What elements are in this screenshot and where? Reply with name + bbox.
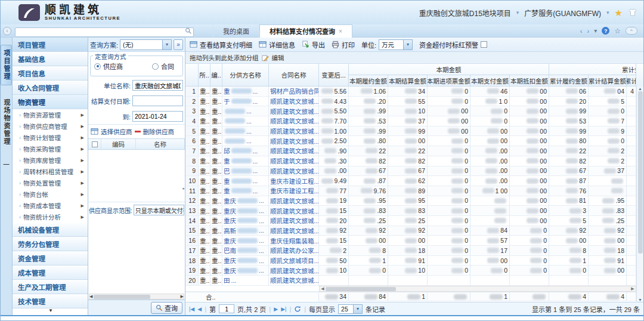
cell-supplier[interactable]: 于... [222,97,269,107]
project-caret-icon[interactable]: ▾ [516,10,519,16]
unit-name-input[interactable] [132,80,183,91]
contract-link[interactable]: 顺凯建筑文旅城... [270,156,319,165]
sidebar-item[interactable]: › 周转材料租赁管理 ▶ [13,166,88,177]
table-row[interactable]: 13 重.. 重.. 重庆... 顺凯建筑文旅城... 15 .83 83 0 … [185,206,643,216]
contract-link[interactable]: 顺凯建筑文旅城... [270,107,319,116]
contract-link[interactable]: 顺凯建筑办公家... [270,246,319,255]
scrollbar-thumb[interactable] [326,287,396,291]
tab-close-icon[interactable]: × [339,28,342,35]
group-by-bar[interactable]: 拖动列头到此处添加分组 编辑 [185,52,643,64]
nav-back-circle-icon[interactable]: ‹ [3,27,11,35]
prev-page-icon[interactable]: ◀ [197,306,202,312]
query-button[interactable]: 查询 [151,302,182,314]
tabs-scroll-left-icon[interactable]: ‹ [580,27,583,35]
query-panel-hscrollbar[interactable]: ◀ ▶ [89,294,184,300]
radio-supplier[interactable]: 供应商 [94,61,123,71]
service-caret-icon[interactable]: ▾ [606,10,609,16]
chevron-down-icon[interactable]: ▾ [163,39,172,50]
contract-link[interactable]: 顺凯建筑文旅城... [270,137,319,146]
contract-link[interactable]: 顺凯建筑文旅城... [270,97,319,106]
contract-link[interactable]: 重庆市建设工程... [270,177,319,186]
cell-supplier[interactable]: ... [222,126,269,137]
favorite-star-icon[interactable]: ☆ [614,27,621,35]
table-row[interactable]: 6 重.. 重.. ... 顺凯建筑文旅城... 2.50 .80 00 0 0… [185,136,643,146]
tabs-scroll-right-icon[interactable]: › [587,27,590,35]
cell-supplier[interactable]: 邱... [222,146,269,156]
cell-supplier[interactable]: 重庆... [222,236,269,246]
remove-supplier-button[interactable]: 删除供应商 [143,127,175,136]
favorites-icon[interactable]: ★ [615,8,623,17]
sidebar-item[interactable]: › 项目管理 ▶ [13,38,88,52]
contract-link[interactable]: 顺凯建筑文旅城... [270,196,319,205]
table-row[interactable]: 11 重.. 重.. 重... 重庆市建设工程... 77 9.76 89 0 … [185,186,643,196]
sidebar-item[interactable]: › 劳务分包管理 ▶ [13,237,88,251]
col-suo[interactable]: 所.. [199,64,210,87]
contract-link[interactable]: 顺凯建筑文旅城... [270,276,319,285]
radio-contract[interactable]: 合同 [152,61,174,71]
sidebar-item[interactable]: › 成本管理 ▶ [13,266,88,280]
cell-supplier[interactable]: 重... [222,176,269,186]
scroll-right-icon[interactable]: ▶ [630,286,636,291]
col-bian[interactable]: 编.. [210,64,222,87]
col-total-performance[interactable]: 累计履约金额 [549,75,589,87]
cell-supplier[interactable]: 巴... [222,166,269,177]
table-row[interactable]: 5 重.. 重.. ... 顺凯建筑文旅城... 1.00 .99 99 00 … [185,126,643,137]
col-current-payment[interactable]: 本期支付金额 [470,75,510,87]
service-selector[interactable]: 广梦服务(GUANGMFW) [524,8,601,18]
cell-supplier[interactable]: ... [222,116,269,126]
cell-supplier[interactable]: ... [222,136,269,146]
sidebar-item[interactable]: › 物资资源管理 ▶ [13,109,88,121]
sidebar-item[interactable]: › 物资计划管理 ▶ [13,132,88,143]
contract-link[interactable]: 顺凯建筑文旅城... [270,216,319,225]
print-button[interactable]: 打印 [332,40,355,50]
cell-supplier[interactable]: 重庆... [222,206,269,216]
scroll-up-icon[interactable]: ▲ [638,87,642,91]
sidebar-item[interactable]: › 物资统计分析 ▶ [13,211,88,223]
table-row[interactable]: 9 重.. 重.. 巴... 顺凯建筑文旅城... .00 67 67 0 .0… [185,166,643,177]
col-change-after[interactable]: 变更后... [319,64,349,87]
col-total-settlement[interactable]: 累计结算金额 [589,75,627,87]
grid-hscrollbar[interactable]: ◀ ▶ [319,286,636,292]
date-to-input[interactable] [132,111,183,122]
scroll-right-icon[interactable]: ▶ [181,294,184,299]
scheme-select[interactable]: (无) ▾ [120,39,172,50]
collapse-header-icon[interactable]: ^ [626,27,637,35]
table-row[interactable]: 19 重.. 重.. 重庆... 顺凯建筑文旅城... 10 0 10 0 0 … [185,266,643,276]
table-row[interactable]: 2 重.. 重.. 于... 顺凯建筑文旅城... 4.43 .20 55 0 … [185,97,643,107]
scrollbar-thumb[interactable] [94,295,150,299]
first-page-icon[interactable]: |◀ [189,306,194,312]
col-contract[interactable]: 合同名称 [269,64,319,87]
scroll-down-icon[interactable]: ▼ [638,298,642,302]
cell-supplier[interactable]: 高新... [222,226,269,236]
sidebar-item[interactable]: › 项目信息 ▶ [13,66,88,81]
scroll-left-icon[interactable]: ◀ [89,294,92,299]
module-tab-project-management[interactable]: 项目管理 [1,45,12,85]
contract-link[interactable]: 钢材产品购销合同 [270,87,319,95]
edit-columns-button[interactable]: 编辑 [272,53,284,62]
cell-supplier[interactable]: 重庆... [222,216,269,226]
sidebar-item[interactable]: › 物资处置管理 ▶ [13,177,88,189]
cell-supplier[interactable]: 重... [222,87,269,97]
sidebar-item[interactable]: › 机械设备管理 ▶ [13,223,88,237]
sidebar-item[interactable]: › 物资管理 ▶ [13,95,88,109]
table-row[interactable]: 4 重.. 重.. ... 顺凯建筑文旅城... 7.70 .53 37 00 … [185,116,643,126]
export-button[interactable]: 导出 [302,40,325,50]
per-page-select[interactable]: 25 ▾ [338,304,363,314]
settle-date-input[interactable] [132,95,183,106]
table-row[interactable]: 8 重.. 重.. 重... 顺凯建筑文旅城... .30 82 82 0 .0… [185,156,643,166]
pick-supplier-button[interactable]: 选择供应商 [101,127,132,136]
mini-col-code[interactable]: 编码 [101,139,136,149]
scroll-left-icon[interactable]: ◀ [320,286,326,291]
col-current-input-invoice[interactable]: 本期进项票金额 [428,75,470,87]
last-page-icon[interactable]: ▶| [281,306,286,312]
col-current-deduction[interactable]: 本期抵扣金额 [510,75,549,87]
page-number-input[interactable] [219,304,234,313]
cell-supplier[interactable]: 重... [222,156,269,166]
cell-supplier[interactable]: 重庆... [222,196,269,206]
theme-shirt-icon[interactable] [628,8,637,17]
chevron-down-icon[interactable]: ▾ [404,39,413,50]
next-page-icon[interactable]: ▶ [274,306,278,312]
overpay-warning-checkbox[interactable] [481,41,487,48]
refresh-icon[interactable] [294,305,301,313]
select-all-checkbox[interactable] [92,141,98,147]
